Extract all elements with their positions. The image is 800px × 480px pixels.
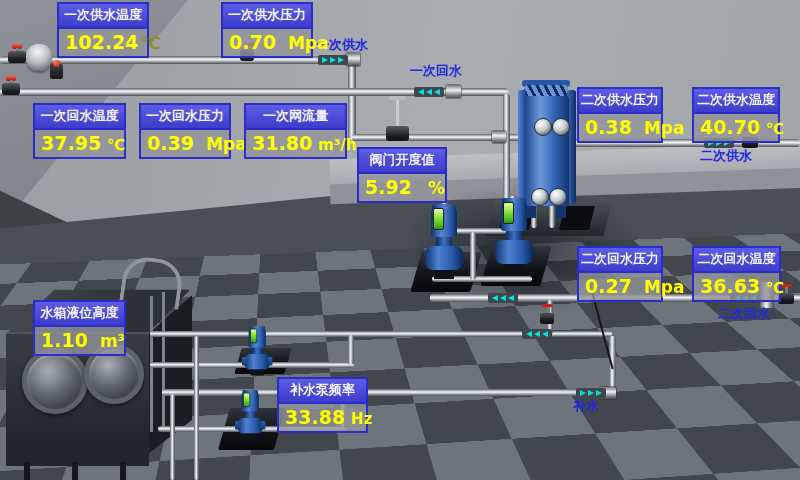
tank-leg [24, 462, 30, 480]
gauge-primary-supply-pressure: 一次供水压力 0.70Mpa [221, 2, 313, 58]
pipe-makeup-lower [162, 389, 614, 396]
circulation-pump-2[interactable] [494, 198, 534, 278]
pump-volute [495, 240, 533, 264]
gauge-title: 一次供水压力 [223, 4, 311, 29]
gauge-unit: Mpa [644, 118, 685, 138]
gauge-unit: ℃ [140, 33, 161, 53]
pipe-label-secondary-supply: 二次供水 [700, 147, 752, 165]
gauge-makeup-pump-frequency: 补水泵频率 33.88Hz [277, 377, 368, 433]
gauge-value: 31.80 [252, 132, 312, 154]
gauge-primary-return-pressure: 一次回水压力 0.39Mpa [139, 103, 231, 159]
pipe-manifold-drop [470, 232, 476, 280]
gauge-valve-opening: 阀门开度值 5.92% [357, 147, 447, 203]
gauge-value: 0.38 [585, 116, 632, 138]
gauge-value: 5.92 [365, 176, 412, 198]
gauge-primary-supply-temp: 一次供水温度 102.24℃ [57, 2, 149, 58]
gauge-value: 36.63 [700, 275, 760, 297]
gauge-unit: ℃ [107, 136, 125, 154]
gauge-unit: m³ [100, 331, 125, 351]
gauge-title: 水箱液位高度 [35, 302, 124, 327]
gauge-title: 补水泵频率 [279, 379, 366, 404]
flow-indicator [318, 55, 348, 65]
gauge-unit: Mpa [644, 277, 685, 297]
meter-device [50, 64, 63, 79]
gauge-value: 1.10 [41, 329, 88, 351]
gauge-unit: ℃ [766, 120, 784, 138]
gauge-title: 阀门开度值 [359, 149, 445, 174]
pump-status-light [433, 208, 444, 230]
gauge-title: 二次供水压力 [579, 89, 661, 114]
pipe-primary-supply-riser [348, 60, 356, 140]
gauge-secondary-supply-temp: 二次供水温度 40.70℃ [692, 87, 780, 143]
pipe-label-primary-return: 一次回水 [410, 62, 462, 80]
pipe-tank-drop [170, 394, 175, 480]
gauge-unit: Hz [351, 410, 372, 428]
makeup-pump-1[interactable] [244, 326, 270, 379]
gauge-unit: Mpa [288, 33, 329, 53]
gauge-value: 37.95 [41, 132, 101, 154]
ball-valve-primary-return[interactable] [2, 76, 20, 96]
tank-leg [72, 462, 78, 480]
pump-status-light [250, 329, 257, 344]
gauge-title: 二次回水压力 [579, 248, 661, 273]
pipe-tank-drop2 [194, 336, 199, 480]
pipe-flange [346, 53, 360, 66]
gauge-value: 33.88 [285, 406, 345, 428]
control-valve[interactable] [384, 96, 412, 146]
gauge-unit: Mpa [206, 134, 247, 154]
hx-port [552, 118, 570, 136]
gauge-tank-level: 水箱液位高度 1.10m³ [33, 300, 126, 356]
gauge-title: 二次供水温度 [694, 89, 778, 114]
flow-indicator [522, 329, 552, 339]
gauge-value: 102.24 [65, 31, 138, 53]
pump-status-light [243, 393, 250, 408]
flow-indicator [414, 87, 444, 97]
gauge-secondary-supply-pressure: 二次供水压力 0.38Mpa [577, 87, 663, 143]
pump-status-light [503, 202, 514, 224]
gauge-primary-flow: 一次网流量 31.80m³/h [244, 103, 347, 159]
gauge-secondary-return-pressure: 二次回水压力 0.27Mpa [577, 246, 663, 302]
gauge-value: 0.39 [147, 132, 194, 154]
gate-valve-makeup-branch[interactable] [540, 304, 554, 326]
gauge-title: 一次回水温度 [35, 105, 124, 130]
tank-manhole-left [22, 348, 88, 414]
hx-port [549, 188, 567, 206]
hx-port [534, 118, 552, 136]
gauge-primary-return-temp: 一次回水温度 37.95℃ [33, 103, 126, 159]
strainer-vessel [26, 44, 52, 71]
pump-volute [245, 354, 270, 370]
gauge-title: 一次回水压力 [141, 105, 229, 130]
flow-indicator [488, 293, 518, 303]
meter-indicator [53, 60, 60, 67]
makeup-pump-2[interactable] [237, 390, 263, 443]
pipe-fitting [492, 131, 506, 143]
pipe-flange [446, 85, 461, 98]
gauge-title: 二次回水温度 [694, 248, 779, 273]
gauge-title: 一次网流量 [246, 105, 345, 130]
gauge-title: 一次供水温度 [59, 4, 147, 29]
gauge-unit: m³/h [318, 136, 356, 154]
tank-leg [120, 462, 126, 480]
pump-volute [238, 418, 263, 434]
ball-valve-primary-supply[interactable] [8, 44, 26, 64]
gauge-value: 0.27 [585, 275, 632, 297]
gauge-value: 0.70 [229, 31, 276, 53]
hmi-heating-station-screen: 一次供水 一次回水 二次供水 二次回水 补水 一次供水温度 102.24℃ 一次… [0, 0, 800, 480]
pipe-label-secondary-return: 二次回水 [718, 305, 770, 323]
pipe-label-makeup-water: 补水 [573, 397, 599, 415]
circulation-pump-1[interactable] [424, 204, 464, 284]
gauge-secondary-return-temp: 二次回水温度 36.63℃ [692, 246, 781, 302]
hx-foot [556, 206, 566, 218]
gauge-unit: % [428, 178, 445, 198]
gauge-value: 40.70 [700, 116, 760, 138]
pump-volute [425, 246, 463, 270]
pipe-makeup-link [348, 335, 354, 365]
gauge-unit: ℃ [766, 279, 784, 297]
